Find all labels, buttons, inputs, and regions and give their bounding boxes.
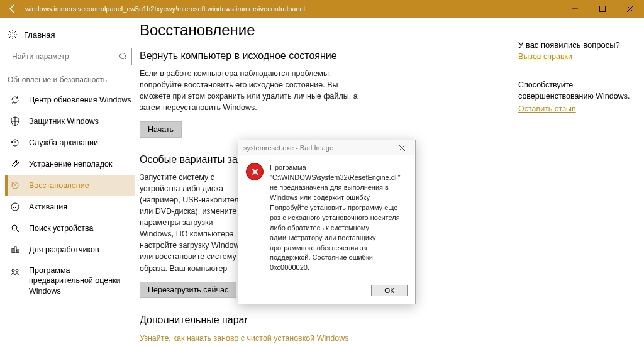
error-dialog: systemreset.exe - Bad Image ✕ Программа … (238, 140, 416, 304)
advanced-body: Запустите систему с устройства либо диск… (140, 172, 247, 274)
svg-point-17 (11, 203, 19, 211)
sidebar-item-recovery[interactable]: Восстановление (5, 175, 135, 196)
svg-point-4 (11, 33, 14, 36)
feedback-link[interactable]: Оставить отзыв (518, 104, 634, 113)
reset-body: Если в работе компьютера наблюдаются про… (140, 68, 366, 114)
maximize-icon (599, 6, 606, 12)
reset-section: Вернуть компьютер в исходное состояние Е… (140, 50, 492, 138)
right-pane: У вас появились вопросы? Вызов справки С… (518, 18, 644, 349)
sidebar-item-defender[interactable]: Защитник Windows (5, 111, 135, 132)
minimize-icon (572, 6, 578, 12)
sidebar-item-backup[interactable]: Служба архивации (5, 132, 135, 153)
search-input[interactable] (12, 52, 119, 61)
search-icon (119, 52, 128, 61)
sidebar-item-label: Центр обновления Windows (29, 96, 131, 104)
svg-rect-20 (12, 248, 14, 253)
advanced-heading: Особые варианты загрузки (140, 154, 240, 165)
maximize-button[interactable] (589, 0, 616, 18)
page-title: Восстановление (140, 21, 518, 39)
fresh-start-link[interactable]: Узнайте, как начать заново с чистой уста… (140, 334, 348, 343)
help-link[interactable]: Вызов справки (518, 52, 634, 61)
minimize-button[interactable] (561, 0, 589, 18)
sidebar-item-update[interactable]: Центр обновления Windows (5, 89, 135, 111)
activation-icon (10, 202, 20, 212)
dialog-text: Программа "C:\WINDOWS\system32\ResetEngi… (270, 163, 406, 273)
more-heading: Дополнительные параметры восстановления (140, 314, 247, 326)
dialog-ok-button[interactable]: ОК (371, 285, 408, 296)
home-row[interactable]: Главная (5, 24, 135, 45)
titlebar: windows.immersivecontrolpanel_cw5n1h2txy… (0, 0, 644, 18)
svg-point-24 (16, 269, 18, 272)
dev-icon (10, 245, 20, 255)
svg-rect-1 (600, 6, 606, 12)
svg-point-18 (12, 225, 17, 230)
sidebar-item-insider[interactable]: Программа предварительной оценки Windows (5, 260, 135, 301)
sidebar: Главная Обновление и безопасность Центр … (0, 18, 140, 349)
find-icon (10, 223, 20, 233)
feedback-intro: Способствуйте совершенствованию Windows. (518, 80, 634, 102)
sidebar-section-label: Обновление и безопасность (5, 72, 135, 89)
svg-rect-22 (17, 250, 19, 253)
help-question: У вас появились вопросы? (518, 40, 634, 50)
backup-icon (10, 138, 20, 148)
reset-heading: Вернуть компьютер в исходное состояние (140, 50, 492, 62)
troubleshoot-icon (10, 159, 20, 169)
sidebar-item-label: Поиск устройства (29, 224, 94, 233)
back-arrow-icon (8, 4, 18, 14)
sidebar-item-troubleshoot[interactable]: Устранение неполадок (5, 153, 135, 175)
recovery-icon (10, 180, 20, 191)
close-button[interactable] (616, 0, 644, 18)
restart-now-button[interactable]: Перезагрузить сейчас (140, 282, 236, 298)
svg-line-10 (15, 37, 16, 38)
gear-icon (8, 30, 18, 40)
insider-icon (10, 267, 20, 277)
svg-line-14 (125, 58, 128, 61)
more-section: Дополнительные параметры восстановления … (140, 314, 492, 343)
back-button[interactable] (0, 0, 25, 18)
error-icon: ✕ (246, 163, 264, 180)
close-icon (399, 145, 405, 151)
sidebar-item-label: Защитник Windows (29, 117, 99, 126)
home-label: Главная (24, 30, 55, 40)
sidebar-item-find-device[interactable]: Поиск устройства (5, 218, 135, 239)
sidebar-item-activation[interactable]: Активация (5, 196, 135, 218)
svg-line-12 (9, 37, 11, 38)
search-box[interactable] (8, 48, 132, 65)
svg-rect-21 (14, 247, 16, 253)
sidebar-item-developers[interactable]: Для разработчиков (5, 239, 135, 260)
sidebar-item-label: Устранение неполадок (29, 160, 112, 169)
dialog-close-button[interactable] (399, 145, 413, 151)
sync-icon (10, 95, 20, 105)
sidebar-item-label: Восстановление (29, 181, 89, 190)
dialog-title: systemreset.exe - Bad Image (243, 144, 333, 152)
dialog-titlebar[interactable]: systemreset.exe - Bad Image (238, 140, 415, 155)
sidebar-item-label: Активация (29, 202, 67, 211)
svg-line-11 (15, 31, 16, 33)
reset-start-button[interactable]: Начать (140, 121, 182, 138)
svg-point-13 (120, 53, 126, 59)
sidebar-item-label: Программа предварительной оценки Windows (29, 265, 135, 296)
svg-point-23 (12, 269, 14, 272)
sidebar-item-label: Для разработчиков (29, 245, 99, 254)
svg-line-9 (9, 31, 11, 33)
shield-icon (10, 116, 20, 126)
sidebar-item-label: Служба архивации (29, 138, 98, 147)
close-icon (627, 6, 633, 12)
window-title: windows.immersivecontrolpanel_cw5n1h2txy… (25, 5, 561, 13)
svg-line-19 (16, 230, 19, 232)
